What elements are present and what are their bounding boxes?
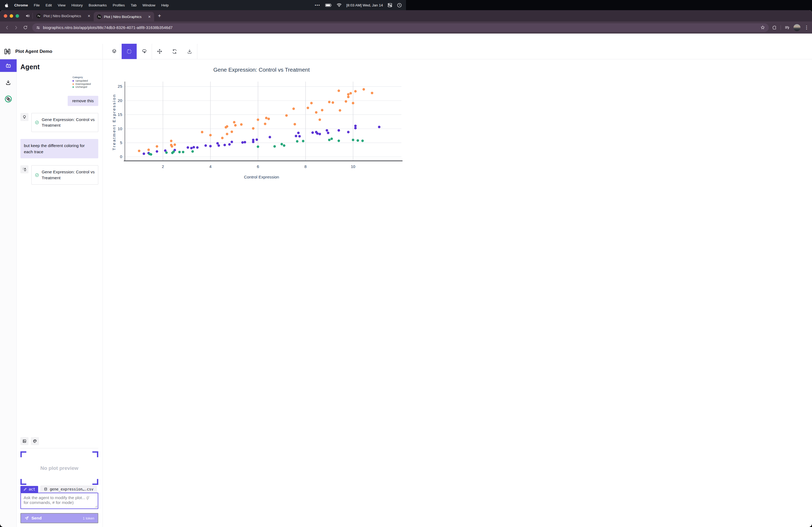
svg-text:Treatment Expression: Treatment Expression — [112, 94, 116, 150]
user-message-annotation: remove this — [68, 96, 98, 106]
plot-toolbar — [103, 44, 197, 59]
legend-title: Category — [73, 76, 98, 79]
svg-text:Gene Expression: Control vs Tr: Gene Expression: Control vs Treatment — [214, 66, 310, 73]
orbit-3d-tool-button[interactable] — [106, 44, 122, 59]
user-message: but keep the different coloring for each… — [20, 139, 98, 159]
tab-close-icon[interactable]: ✕ — [87, 14, 91, 18]
menu-tab[interactable]: Tab — [131, 3, 137, 7]
panel-heading: Agent — [20, 63, 98, 71]
result-card[interactable]: Gene Expression: Control vs Treatment — [31, 113, 98, 132]
tab-1[interactable]: Plot | Nitro BioGraphics ✕ — [33, 11, 94, 20]
svg-text:20: 20 — [118, 98, 122, 103]
legend-label: Upregulated — [75, 79, 88, 82]
result-title: Gene Expression: Control vs Treatment — [42, 117, 95, 128]
reload-button[interactable] — [21, 24, 29, 31]
menu-edit[interactable]: Edit — [46, 3, 52, 7]
menu-window[interactable]: Window — [142, 3, 155, 7]
result-title: Gene Expression: Control vs Treatment — [42, 169, 95, 181]
menu-view[interactable]: View — [58, 3, 66, 7]
nitro-favicon — [97, 15, 102, 19]
minimize-window-button[interactable] — [10, 14, 13, 18]
forward-button[interactable] — [12, 24, 20, 31]
message-thread: Category Upregulated Downregulated Uncha… — [20, 71, 98, 264]
svg-text:6: 6 — [257, 164, 259, 169]
spray-style-icon — [20, 165, 28, 174]
agent-result-message: Gene Expression: Control vs Treatment — [20, 165, 98, 184]
download-icon — [5, 79, 11, 86]
svg-text:15: 15 — [118, 112, 122, 117]
svg-text:0: 0 — [120, 154, 122, 159]
browser-window: Plot | Nitro BioGraphics ✕ Plot | Nitro … — [0, 10, 406, 264]
svg-text:10: 10 — [351, 164, 355, 169]
export-nav-button[interactable] — [0, 76, 17, 89]
box-select-tool-button[interactable] — [122, 44, 137, 59]
zoom-window-button[interactable] — [16, 14, 19, 18]
clock-widget-icon[interactable] — [397, 3, 402, 7]
window-controls — [4, 14, 19, 18]
coins-icon — [4, 95, 12, 103]
pan-tool-button[interactable] — [152, 44, 167, 59]
wifi-icon[interactable] — [337, 3, 342, 7]
plot-canvas-area[interactable]: 2468100510152025Gene Expression: Control… — [103, 59, 406, 264]
agent-result-message: Gene Expression: Control vs Treatment — [20, 113, 98, 132]
credits-nav-button[interactable] — [0, 93, 17, 105]
svg-text:4: 4 — [209, 164, 212, 169]
back-button[interactable] — [3, 24, 11, 31]
macos-menu-bar: Chrome File Edit View History Bookmarks … — [0, 0, 406, 10]
nitro-logo-icon — [4, 48, 12, 55]
svg-text:25: 25 — [118, 84, 122, 89]
tab-title: Plot | Nitro BioGraphics — [104, 15, 145, 19]
browser-toolbar: biographics.nitro.bio/app/plots/88c74db3… — [0, 21, 406, 33]
svg-text:Control Expression: Control Expression — [244, 175, 279, 179]
scatter-plot[interactable]: 2468100510152025Gene Expression: Control… — [103, 59, 406, 264]
menu-history[interactable]: History — [71, 3, 83, 7]
tab-separator — [32, 13, 33, 19]
download-plot-button[interactable] — [182, 44, 197, 59]
legend-dot — [73, 80, 74, 81]
legend-dot — [73, 86, 74, 88]
left-icon-rail — [0, 59, 17, 264]
svg-text:10: 10 — [118, 126, 122, 131]
svg-text:2: 2 — [162, 164, 164, 169]
menu-help[interactable]: Help — [161, 3, 169, 7]
tab-2-active[interactable]: Plot | Nitro BioGraphics ✕ — [94, 12, 154, 21]
nitro-biographics-app: Plot Agent Demo — [0, 44, 406, 264]
new-tab-button[interactable]: + — [158, 13, 161, 19]
menubar-clock-text[interactable]: [8:03 AM] Wed, Jan 14 — [346, 3, 383, 7]
legend-label: Downregulated — [75, 82, 91, 86]
apple-logo-icon[interactable] — [4, 3, 8, 7]
menu-profiles[interactable]: Profiles — [113, 3, 125, 7]
svg-text:8: 8 — [305, 164, 307, 169]
address-bar[interactable]: biographics.nitro.bio/app/plots/88c74db3… — [32, 23, 406, 32]
reset-view-button[interactable] — [167, 44, 182, 59]
legend-dot — [73, 84, 74, 85]
menubar-ellipsis-icon[interactable]: ••• — [315, 3, 320, 7]
page-title: Plot Agent Demo — [15, 49, 52, 54]
tab-title: Plot | Nitro BioGraphics — [44, 14, 85, 18]
attached-legend-image: Category Upregulated Downregulated Uncha… — [68, 76, 98, 89]
result-card[interactable]: Gene Expression: Control vs Treatment — [31, 165, 98, 184]
menu-app-name[interactable]: Chrome — [14, 3, 28, 7]
lightbulb-icon — [20, 113, 28, 121]
check-circle-icon — [35, 120, 39, 125]
tab-strip: Plot | Nitro BioGraphics ✕ Plot | Nitro … — [0, 10, 406, 21]
site-settings-icon[interactable] — [36, 26, 40, 30]
lasso-select-tool-button[interactable] — [137, 44, 152, 59]
menu-bookmarks[interactable]: Bookmarks — [89, 3, 107, 7]
tab-audio-icon[interactable] — [26, 14, 30, 18]
control-center-icon[interactable] — [388, 3, 392, 7]
tab-close-icon[interactable]: ✕ — [147, 15, 151, 19]
svg-text:5: 5 — [120, 140, 122, 145]
menu-file[interactable]: File — [34, 3, 40, 7]
agent-panel: Agent Category Upregulated Downregulated… — [17, 59, 103, 264]
close-window-button[interactable] — [4, 14, 7, 18]
url-text[interactable]: biographics.nitro.bio/app/plots/88c74db3… — [43, 26, 406, 30]
check-circle-icon — [35, 172, 39, 178]
app-header: Plot Agent Demo — [0, 44, 406, 59]
battery-icon[interactable] — [325, 3, 332, 7]
legend-label: Unchanged — [75, 86, 87, 89]
agent-nav-button[interactable] — [0, 59, 17, 72]
nitro-favicon — [37, 14, 41, 18]
robot-icon — [5, 62, 12, 69]
